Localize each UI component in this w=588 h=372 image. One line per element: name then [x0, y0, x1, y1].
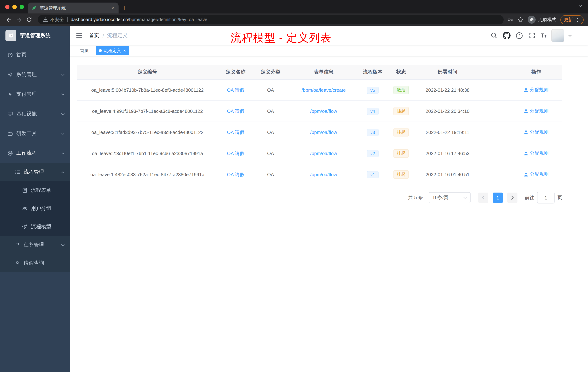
select-caret-icon: [463, 196, 467, 199]
github-icon[interactable]: [503, 32, 511, 40]
reload-button[interactable]: [24, 15, 34, 25]
breadcrumb-current: 流程定义: [107, 32, 128, 39]
definition-name-link[interactable]: OA 请假: [227, 151, 244, 156]
tab-search-caret-icon[interactable]: [578, 5, 582, 7]
avatar-caret-icon[interactable]: [568, 34, 572, 37]
tags-view-bar: 首页 流程定义 ×: [70, 45, 588, 56]
breadcrumb-home[interactable]: 首页: [89, 32, 99, 39]
assign-rule-link[interactable]: 分配规则: [524, 150, 549, 157]
window-close-button[interactable]: [5, 5, 10, 9]
forward-button[interactable]: [14, 15, 24, 25]
browser-toolbar: 不安全 dashboard.yudao.iocoder.cn /bpm/mana…: [0, 13, 588, 26]
cell-definition-id: oa_leave:3:1fad3d93-7b75-11ec-a3c8-acde4…: [77, 122, 218, 143]
status-badge: 激活: [393, 86, 409, 94]
col-definition-name: 定义名称: [218, 65, 253, 79]
window-minimize-button[interactable]: [12, 5, 17, 9]
omnibox-divider: [67, 17, 67, 22]
form-info-link[interactable]: /bpm/oa/flow: [310, 151, 337, 156]
col-deploy-time: 部署时间: [416, 65, 510, 79]
sidebar-item-process-mgmt[interactable]: 流程管理: [0, 163, 70, 181]
yen-icon: ¥: [7, 91, 13, 97]
sidebar-item-dev-tools[interactable]: 研发工具: [0, 124, 70, 143]
sidebar-item-process-form[interactable]: 流程表单: [0, 181, 70, 199]
assign-rule-link[interactable]: 分配规则: [524, 129, 549, 136]
assign-rule-link[interactable]: 分配规则: [524, 171, 549, 178]
chevron-up-icon: [61, 152, 65, 154]
breadcrumb-separator: /: [103, 33, 104, 38]
sidebar-item-label: 研发工具: [16, 130, 37, 137]
gear-icon: [7, 72, 13, 77]
browser-menu-icon[interactable]: ⋮: [575, 17, 580, 22]
next-page-button[interactable]: [507, 193, 517, 203]
sidebar-item-label: 任务管理: [24, 242, 44, 248]
app-navbar: 首页 / 流程定义 流程模型 - 定义列表 ?: [70, 26, 588, 45]
page-size-select[interactable]: 10条/页: [429, 192, 471, 203]
pagination-total: 共 5 条: [408, 194, 423, 201]
current-page-button[interactable]: 1: [493, 193, 503, 203]
definition-name-link[interactable]: OA 请假: [227, 172, 244, 177]
version-badge: v2: [367, 150, 378, 157]
address-bar[interactable]: 不安全 dashboard.yudao.iocoder.cn /bpm/mana…: [38, 15, 504, 24]
browser-tab[interactable]: 芋道管理系统 ×: [28, 2, 118, 13]
sidebar-item-home[interactable]: 首页: [0, 45, 70, 65]
form-info-link[interactable]: /bpm/oa/flow: [310, 109, 337, 114]
sidebar-item-payment-mgmt[interactable]: ¥ 支付管理: [0, 85, 70, 104]
sidebar-item-leave-query[interactable]: 请假查询: [0, 254, 70, 272]
chrome-update-button[interactable]: 更新 ⋮: [560, 15, 584, 24]
sidebar-item-system-mgmt[interactable]: 系统管理: [0, 65, 70, 85]
form-info-link[interactable]: /bpm/oa/flow: [310, 172, 337, 177]
back-button[interactable]: [4, 15, 14, 25]
sidebar-item-workflow[interactable]: 工作流程: [0, 143, 70, 163]
search-icon[interactable]: [490, 32, 498, 40]
incognito-label: 无痕模式: [538, 17, 556, 23]
definition-name-link[interactable]: OA 请假: [227, 87, 244, 93]
cell-category: OA: [253, 122, 288, 143]
assign-rule-link[interactable]: 分配规则: [524, 87, 549, 93]
password-key-icon[interactable]: [507, 17, 514, 23]
cell-category: OA: [253, 164, 288, 185]
not-secure-warning-icon: [43, 17, 48, 22]
users-icon: [22, 206, 28, 211]
sidebar-item-infrastructure[interactable]: 基础设施: [0, 104, 70, 124]
help-icon[interactable]: ?: [515, 32, 523, 40]
incognito-badge[interactable]: 无痕模式: [528, 16, 556, 24]
font-size-icon[interactable]: TT: [541, 32, 546, 39]
form-info-link[interactable]: /bpm/oa/leave/create: [302, 87, 346, 93]
svg-text:?: ?: [518, 33, 521, 38]
cell-category: OA: [253, 101, 288, 122]
assign-rule-link[interactable]: 分配规则: [524, 108, 549, 114]
cell-category: OA: [253, 79, 288, 101]
sidebar-item-label: 用户分组: [31, 205, 51, 212]
new-tab-button[interactable]: +: [118, 2, 130, 13]
user-avatar[interactable]: [551, 29, 564, 42]
goto-page-input[interactable]: [537, 192, 555, 203]
sidebar-item-label: 首页: [16, 52, 27, 58]
goto-unit-label: 页: [557, 194, 562, 201]
col-actions: 操作: [510, 65, 562, 79]
bookmark-star-icon[interactable]: [517, 17, 524, 23]
tag-process-definition[interactable]: 流程定义 ×: [96, 46, 129, 55]
status-badge: 挂起: [393, 149, 409, 158]
definition-name-link[interactable]: OA 请假: [227, 129, 244, 135]
list-icon: [15, 169, 20, 175]
chevron-down-icon: [61, 73, 65, 76]
table-row: oa_leave:3:1fad3d93-7b75-11ec-a3c8-acde4…: [77, 122, 562, 143]
window-zoom-button[interactable]: [20, 5, 24, 9]
sidebar-item-task-mgmt[interactable]: 任务管理: [0, 236, 70, 254]
sidebar-toggle-icon[interactable]: [76, 33, 83, 39]
sidebar-item-user-group[interactable]: 用户分组: [0, 199, 70, 218]
fullscreen-icon[interactable]: [528, 32, 536, 40]
tag-home[interactable]: 首页: [77, 46, 92, 55]
definition-name-link[interactable]: OA 请假: [227, 108, 244, 114]
table-row: oa_leave:1:482ec033-762a-11ec-8477-a2380…: [77, 164, 562, 185]
form-info-link[interactable]: /bpm/oa/flow: [310, 130, 337, 135]
logo-avatar: [5, 30, 16, 41]
sidebar-item-label: 流程管理: [24, 169, 44, 175]
tag-close-icon[interactable]: ×: [123, 48, 126, 53]
status-badge: 挂起: [393, 128, 409, 136]
prev-page-button[interactable]: [478, 193, 488, 203]
url-host: dashboard.yudao.iocoder.cn: [71, 17, 128, 22]
tab-favicon-icon: [31, 5, 37, 11]
sidebar-item-process-model[interactable]: 流程模型: [0, 218, 70, 236]
tab-close-icon[interactable]: ×: [111, 5, 115, 11]
